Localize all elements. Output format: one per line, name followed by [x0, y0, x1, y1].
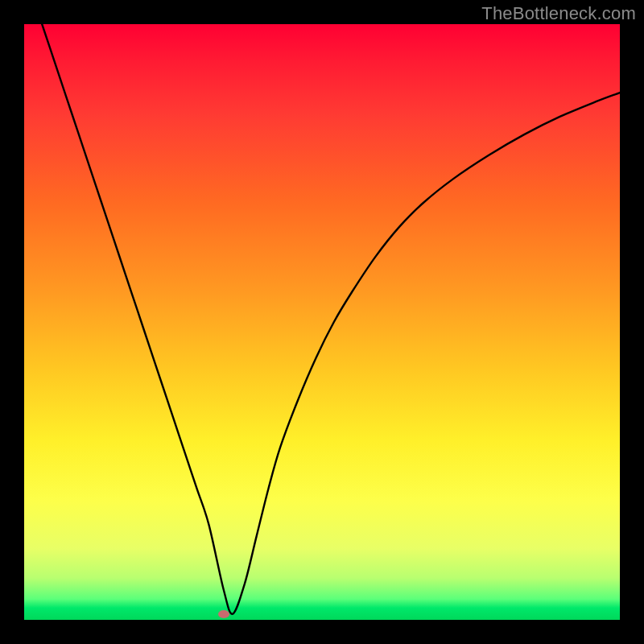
- chart-frame: TheBottleneck.com: [0, 0, 644, 644]
- chart-curve-svg: [24, 24, 620, 620]
- minimum-marker-dot: [218, 610, 229, 618]
- chart-plot-area: [24, 24, 620, 620]
- bottleneck-curve: [42, 24, 620, 614]
- watermark-text: TheBottleneck.com: [481, 3, 636, 24]
